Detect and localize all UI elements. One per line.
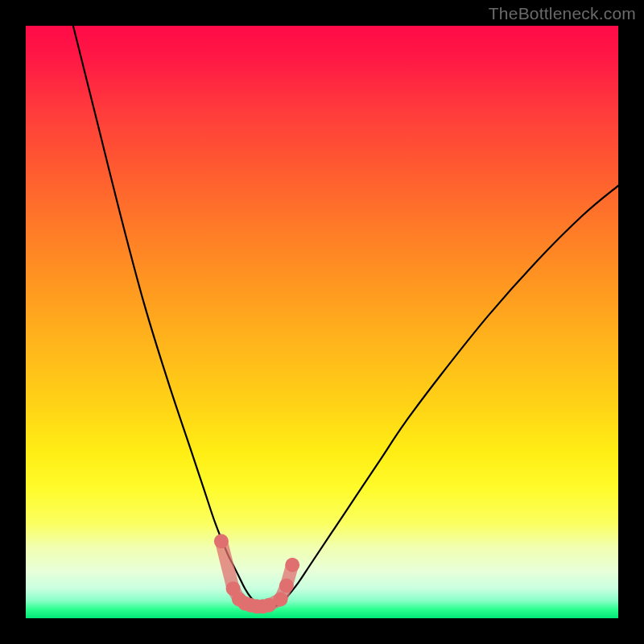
curve-marker: [279, 579, 294, 593]
chart-frame: TheBottleneck.com: [0, 0, 644, 644]
bottleneck-curve-path: [73, 26, 618, 607]
curve-markers: [214, 534, 299, 613]
plot-area: [26, 26, 618, 618]
bottleneck-curve: [73, 26, 618, 607]
curve-layer: [26, 26, 618, 618]
curve-marker: [273, 592, 287, 606]
curve-marker: [285, 558, 299, 572]
curve-marker: [214, 534, 229, 548]
watermark-text: TheBottleneck.com: [489, 4, 636, 23]
